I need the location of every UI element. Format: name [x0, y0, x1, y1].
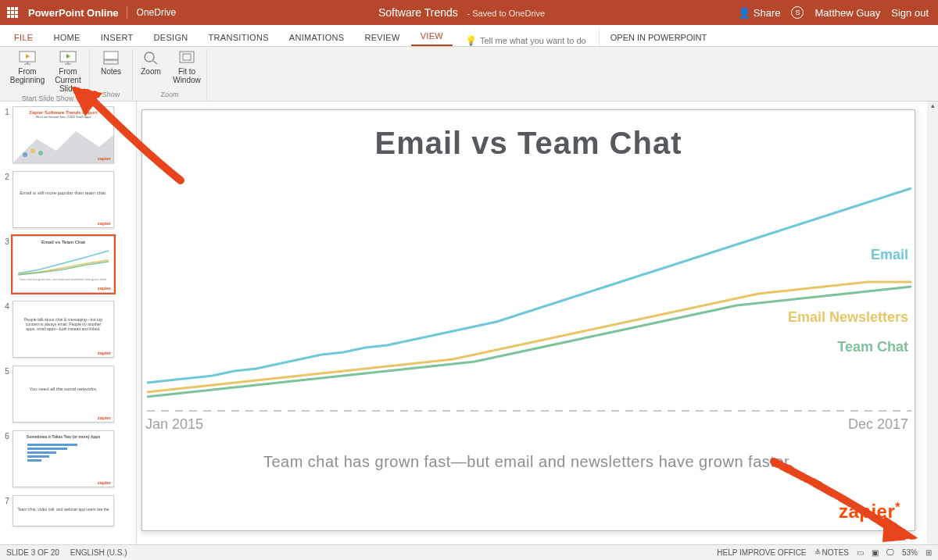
save-status: - Saved to OneDrive	[467, 9, 545, 18]
thumb-title: Email vs Team Chat	[16, 240, 110, 244]
slide-canvas[interactable]: Email vs Team Chat Email Email Newslette…	[141, 109, 915, 531]
svg-rect-8	[104, 52, 118, 59]
share-icon: 👤	[738, 7, 750, 19]
label: From Beginning	[9, 67, 45, 84]
thumb-title: Team chat, video call, and webinar app u…	[16, 507, 110, 512]
svg-point-16	[30, 148, 35, 153]
thumb-title: People talk about chat & messaging—but t…	[16, 317, 110, 331]
svg-point-17	[38, 151, 43, 155]
svg-point-10	[145, 52, 154, 62]
share-label: Share	[754, 7, 781, 19]
label: Fit to Window	[170, 67, 203, 84]
slideshow-view-icon[interactable]: ▣	[872, 548, 879, 557]
svg-point-15	[23, 152, 27, 157]
help-improve-office[interactable]: HELP IMPROVE OFFICE	[717, 548, 806, 557]
sign-out-link[interactable]: Sign out	[891, 7, 929, 19]
slide-thumbnail-4[interactable]: People talk about chat & messaging—but t…	[13, 301, 114, 358]
presentation-current-icon	[59, 50, 77, 66]
tab-design[interactable]: DESIGN	[145, 28, 198, 46]
group-label-zoom: Zoom	[160, 89, 178, 101]
status-slide-count: SLIDE 3 OF 20	[6, 548, 59, 557]
status-language[interactable]: ENGLISH (U.S.)	[70, 548, 127, 557]
app-name: PowerPoint Online	[25, 7, 127, 19]
lightbulb-icon: 💡	[465, 35, 477, 46]
slide-thumbnails-panel[interactable]: 1 Zapier Software Trends Report What we …	[0, 102, 137, 544]
thumb-number: 5	[2, 366, 13, 376]
thumb-title: Email is still more popular than team ch…	[16, 191, 110, 195]
thumb-number: 7	[2, 495, 13, 505]
slide-subtitle[interactable]: Team chat has grown fast—but email and n…	[144, 453, 913, 471]
group-label-show: Show	[102, 89, 120, 101]
zapier-logo: zapier*	[839, 501, 900, 523]
fit-to-window-icon[interactable]: ⊞	[925, 548, 932, 557]
notes-icon	[102, 50, 120, 66]
thumb-title: You need all the social networks.	[16, 387, 110, 391]
tab-animations[interactable]: ANIMATIONS	[280, 28, 354, 46]
series-label-email: Email	[871, 247, 908, 263]
tab-view[interactable]: VIEW	[411, 27, 453, 46]
x-axis-start: Jan 2015	[145, 416, 203, 433]
tab-file[interactable]: FILE	[5, 28, 42, 46]
label: Notes	[101, 67, 121, 76]
x-axis-end: Dec 2017	[848, 416, 908, 433]
magnifier-icon	[141, 50, 160, 66]
label: Zoom	[141, 67, 161, 76]
notes-toggle[interactable]: ≙ NOTES	[814, 548, 849, 557]
series-label-newsletters: Email Newsletters	[788, 309, 908, 326]
zoom-button[interactable]: Zoom	[136, 48, 166, 84]
zoom-level[interactable]: 53%	[902, 548, 918, 557]
thumb-number: 4	[2, 301, 13, 311]
svg-line-11	[153, 61, 157, 64]
open-in-powerpoint[interactable]: OPEN IN POWERPOINT	[599, 28, 718, 46]
tab-insert[interactable]: INSERT	[91, 28, 143, 46]
share-button[interactable]: 👤 Share	[738, 7, 781, 19]
thumb-sub: Team chat has grown fast—but email and n…	[16, 278, 110, 281]
chart: Email Email Newsletters Team Chat Jan 20…	[144, 169, 913, 434]
thumb-sub: What we learned from 2,000 SaaS apps	[16, 115, 110, 119]
thumb-title: Sometimes it Takes Two (or more) Apps	[16, 434, 110, 439]
slide-thumbnail-3[interactable]: Email vs Team Chat Team chat has grown f…	[13, 236, 114, 293]
thumb-number: 1	[2, 106, 13, 116]
slide-thumbnail-7[interactable]: Team chat, video call, and webinar app u…	[13, 495, 114, 526]
reading-view-icon[interactable]: 🖵	[886, 548, 894, 557]
notes-button[interactable]: Notes	[93, 48, 129, 76]
tab-review[interactable]: REVIEW	[355, 28, 409, 46]
from-current-slide-button[interactable]: From Current Slide	[50, 48, 86, 93]
svg-rect-13	[183, 54, 191, 60]
slide-thumbnail-5[interactable]: You need all the social networks. zapier	[13, 366, 114, 423]
slide-title[interactable]: Email vs Team Chat	[144, 126, 913, 161]
normal-view-icon[interactable]: ▭	[857, 548, 864, 557]
slide-canvas-area[interactable]: Email vs Team Chat Email Email Newslette…	[137, 102, 938, 544]
vertical-scrollbar[interactable]: ▴	[927, 102, 938, 544]
tab-home[interactable]: HOME	[44, 28, 89, 46]
document-title[interactable]: Software Trends	[378, 6, 458, 19]
slide-thumbnail-2[interactable]: Email is still more popular than team ch…	[13, 171, 114, 228]
user-name[interactable]: Matthew Guay	[814, 7, 880, 19]
tab-transitions[interactable]: TRANSITIONS	[199, 28, 278, 46]
svg-rect-9	[104, 60, 118, 64]
app-launcher-icon[interactable]	[0, 0, 25, 25]
tell-me-placeholder: Tell me what you want to do	[480, 36, 586, 45]
skype-icon[interactable]: S	[791, 6, 804, 19]
location-breadcrumb[interactable]: OneDrive	[127, 7, 186, 18]
label: From Current Slide	[50, 67, 86, 93]
from-beginning-button[interactable]: From Beginning	[9, 48, 45, 93]
thumb-number: 6	[2, 430, 13, 441]
slide-thumbnail-1[interactable]: Zapier Software Trends Report What we le…	[13, 106, 114, 163]
tell-me-search[interactable]: 💡 Tell me what you want to do	[454, 35, 597, 46]
thumb-number: 3	[2, 236, 13, 246]
series-label-teamchat: Team Chat	[837, 339, 908, 355]
fit-to-window-button[interactable]: Fit to Window	[170, 48, 203, 84]
svg-rect-12	[180, 52, 194, 62]
fit-window-icon	[177, 50, 196, 66]
slide-thumbnail-6[interactable]: Sometimes it Takes Two (or more) Apps za…	[13, 430, 114, 487]
presentation-icon	[18, 50, 37, 66]
thumb-number: 2	[2, 171, 13, 181]
scroll-up-icon[interactable]: ▴	[927, 102, 938, 112]
